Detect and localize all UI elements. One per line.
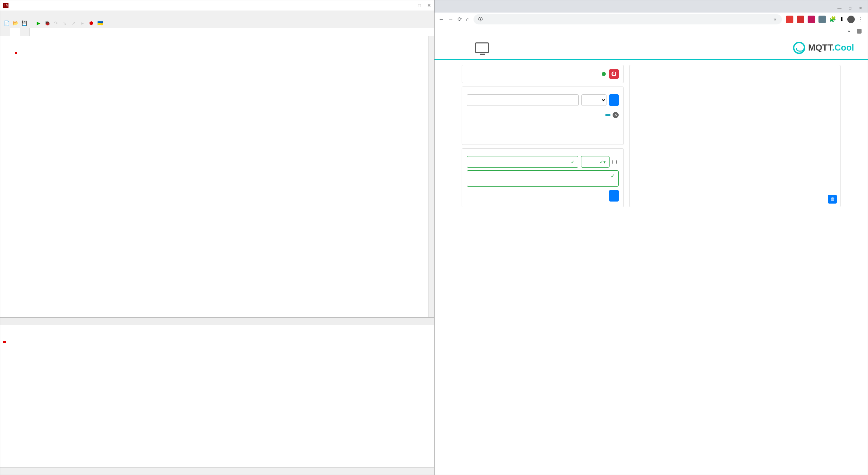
chrome-close[interactable]: ✕: [859, 6, 862, 11]
thonny-menubar: [0, 11, 434, 18]
subscribe-button[interactable]: [609, 94, 619, 106]
ext-icon-1[interactable]: [786, 16, 793, 23]
publish-message-input[interactable]: ✓: [467, 170, 619, 187]
home-button[interactable]: ⌂: [466, 16, 469, 22]
step-out-icon[interactable]: ↗: [70, 20, 77, 26]
thonny-statusbar[interactable]: [0, 467, 434, 475]
chrome-window: — □ ✕ ← → ⟳ ⌂ ⓘ ☆ 🧩 ⬇ ⋮ »: [434, 0, 868, 475]
all-bookmarks[interactable]: [857, 29, 863, 34]
thonny-titlebar[interactable]: Th — □ ✕: [0, 0, 434, 11]
ext-icon-3[interactable]: [808, 16, 815, 23]
reload-button[interactable]: ⟳: [458, 16, 462, 22]
new-file-icon[interactable]: 📄: [3, 20, 10, 26]
thonny-app-icon: Th: [3, 3, 8, 8]
check-icon: ✓: [571, 159, 575, 165]
editor-tabs: [0, 28, 434, 36]
back-button[interactable]: ←: [439, 16, 444, 22]
bookmark-star-icon[interactable]: ☆: [773, 17, 777, 22]
forward-button[interactable]: →: [448, 16, 454, 22]
publish-qos-select[interactable]: ✓▾: [581, 156, 610, 168]
topic-qos-badge: [605, 114, 611, 116]
new-tab-button[interactable]: [436, 8, 443, 13]
code-highlight-box: [15, 52, 17, 54]
debug-icon[interactable]: 🐞: [44, 20, 51, 26]
shell-highlighted-output: [3, 341, 6, 343]
thonny-window: Th — □ ✕ 📄 📂 💾 ▶ 🐞 ↷ ↘ ↗ ▸ ⬢ 🇺🇦: [0, 0, 434, 475]
unsubscribe-button[interactable]: ✕: [613, 112, 619, 118]
testclient-header: MQTT.Cool: [435, 36, 868, 60]
subscribe-qos-select[interactable]: [581, 94, 606, 106]
chrome-menu-icon[interactable]: ⋮: [858, 16, 864, 22]
step-over-icon[interactable]: ↷: [53, 20, 59, 26]
mqtt-face-icon: [793, 42, 805, 54]
shell-tab[interactable]: [0, 317, 434, 325]
ext-icon-4[interactable]: [818, 16, 826, 23]
tab-lte-test[interactable]: [0, 28, 10, 36]
subscribed-topic-row: ✕: [467, 110, 619, 120]
run-icon[interactable]: ▶: [35, 20, 42, 26]
profile-avatar[interactable]: [847, 16, 855, 23]
clear-messages-button[interactable]: 🗑: [828, 195, 837, 204]
topic-filter-input[interactable]: [467, 94, 579, 106]
extensions: 🧩 ⬇ ⋮: [786, 16, 864, 23]
address-bar[interactable]: ⓘ ☆: [474, 14, 782, 24]
ext-icon-2[interactable]: [797, 16, 804, 23]
open-file-icon[interactable]: 📂: [12, 20, 19, 26]
thonny-toolbar: 📄 📂 💾 ▶ 🐞 ↷ ↘ ↗ ▸ ⬢ 🇺🇦: [0, 18, 434, 28]
publish-button[interactable]: [609, 190, 619, 202]
step-into-icon[interactable]: ↘: [61, 20, 68, 26]
chrome-minimize[interactable]: —: [837, 6, 842, 11]
connection-card: ⏻: [462, 65, 624, 83]
save-file-icon[interactable]: 💾: [21, 20, 27, 26]
publish-topic-input[interactable]: ✓: [467, 156, 578, 168]
chrome-toolbar: ← → ⟳ ⌂ ⓘ ☆ 🧩 ⬇ ⋮: [435, 13, 868, 26]
subscriptions-card: ✕: [462, 87, 624, 145]
bookmarks-bar: »: [435, 26, 868, 36]
tab-mqtt-test[interactable]: [10, 28, 20, 36]
editor-scrollbar[interactable]: [428, 36, 434, 317]
shell-output[interactable]: [0, 325, 434, 467]
publish-card: ✓ ✓▾ ✓: [462, 148, 624, 207]
tab-bme688-test[interactable]: [20, 28, 30, 36]
close-button[interactable]: ✕: [427, 3, 431, 8]
site-info-icon[interactable]: ⓘ: [478, 16, 483, 22]
connection-status-dot: [602, 72, 606, 76]
mqtt-cool-logo: MQTT.Cool: [793, 42, 854, 54]
chrome-tabstrip: — □ ✕: [435, 0, 868, 13]
line-gutter: [0, 36, 13, 317]
messages-card: 🗑: [629, 65, 841, 207]
code-body[interactable]: [13, 36, 428, 317]
extensions-puzzle-icon[interactable]: 🧩: [829, 16, 836, 22]
page-content: MQTT.Cool ⏻: [435, 36, 868, 475]
chrome-maximize[interactable]: □: [849, 6, 851, 11]
support-ukraine-icon[interactable]: 🇺🇦: [97, 20, 103, 26]
stop-icon[interactable]: ⬢: [88, 20, 95, 26]
disconnect-button[interactable]: ⏻: [609, 69, 619, 79]
retain-checkbox[interactable]: [612, 156, 619, 168]
check-icon: ✓: [611, 173, 615, 184]
maximize-button[interactable]: □: [418, 3, 421, 8]
resume-icon[interactable]: ▸: [79, 20, 86, 26]
monitor-icon: [475, 42, 489, 53]
code-editor[interactable]: [0, 36, 434, 317]
downloads-icon[interactable]: ⬇: [840, 16, 844, 22]
minimize-button[interactable]: —: [407, 3, 412, 8]
check-icon: ✓▾: [600, 159, 606, 165]
